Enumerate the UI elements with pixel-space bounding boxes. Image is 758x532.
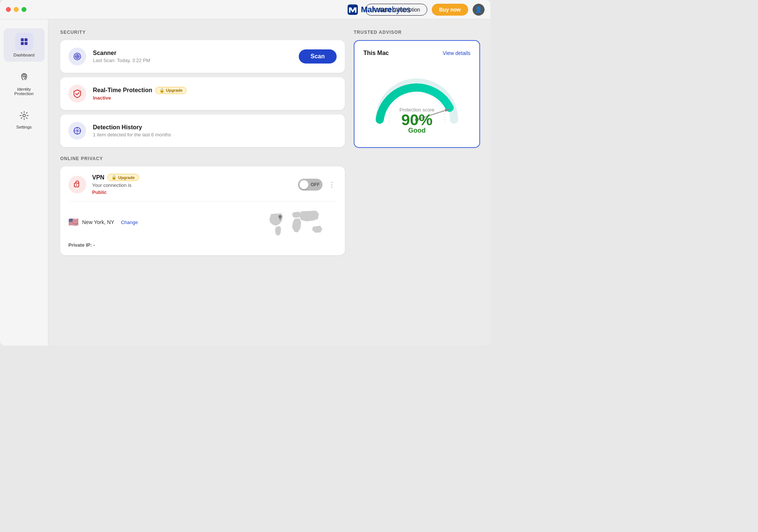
vpn-private-ip: Private IP: - [68, 242, 337, 248]
scan-button[interactable]: Scan [299, 49, 337, 64]
sidebar: Dashboard IdentityProtection [0, 19, 48, 346]
scanner-subtitle: Last Scan: Today, 3:22 PM [93, 58, 299, 63]
user-avatar-button[interactable]: 👤 [473, 4, 485, 16]
ta-view-details-link[interactable]: View details [443, 50, 470, 56]
history-card-content: Detection History 1 item detected for th… [93, 124, 337, 137]
svg-text:Good: Good [408, 127, 426, 134]
vpn-top-row: VPN 🔒 Upgrade Your connection is [68, 174, 337, 195]
detection-history-card: Detection History 1 item detected for th… [60, 114, 345, 147]
security-section-header: SECURITY [60, 30, 345, 35]
history-subtitle: 1 item detected for the last 6 months [93, 132, 337, 137]
svg-rect-1 [21, 38, 24, 41]
sidebar-dashboard-label: Dashboard [13, 53, 34, 57]
scanner-card: Scanner Last Scan: Today, 3:22 PM Scan [60, 40, 345, 73]
sidebar-item-settings[interactable]: Settings [4, 106, 45, 134]
vpn-toggle[interactable]: OFF [298, 179, 323, 191]
gauge-svg: Protection score 90% Good [369, 68, 465, 134]
svg-point-8 [77, 56, 78, 57]
vpn-change-button[interactable]: Change [121, 220, 138, 225]
vpn-title: VPN 🔒 Upgrade [92, 174, 139, 181]
realtime-upgrade-badge: 🔒 Upgrade [155, 87, 187, 94]
titlebar: Malwarebytes Activate subscription Buy n… [0, 0, 490, 19]
svg-rect-4 [25, 42, 27, 45]
app-logo: Malwarebytes [347, 4, 410, 15]
malwarebytes-logo-icon [347, 4, 358, 15]
realtime-icon [68, 85, 86, 103]
traffic-lights [6, 7, 26, 12]
realtime-card-content: Real-Time Protection 🔒 Upgrade Inactive [93, 87, 337, 101]
svg-rect-2 [25, 38, 27, 41]
svg-text:90%: 90% [401, 111, 433, 129]
world-map [262, 207, 337, 237]
online-privacy-section: ONLINE PRIVACY [60, 156, 345, 255]
trusted-advisor-section: TRUSTED ADVISOR This Mac View details [354, 30, 480, 148]
trusted-advisor-header: TRUSTED ADVISOR [354, 30, 480, 35]
user-icon: 👤 [475, 6, 482, 13]
dashboard-icon [15, 33, 33, 51]
vpn-status: Public [92, 189, 139, 195]
svg-point-13 [76, 184, 77, 185]
vpn-card: VPN 🔒 Upgrade Your connection is [60, 166, 345, 255]
ta-this-mac: This Mac [363, 50, 389, 56]
sidebar-item-identity-protection[interactable]: IdentityProtection [4, 68, 45, 100]
sidebar-identity-label: IdentityProtection [14, 87, 34, 96]
minimize-button[interactable] [14, 7, 19, 12]
toggle-thumb [299, 180, 308, 189]
main-layout: Dashboard IdentityProtection [0, 19, 490, 346]
left-panel: SECURITY [60, 30, 345, 335]
vpn-controls: OFF ⋮ [298, 179, 337, 191]
world-map-svg [262, 207, 337, 241]
lock-icon-vpn: 🔒 [111, 175, 117, 180]
us-flag-icon: 🇺🇸 [68, 217, 78, 227]
realtime-status: Inactive [93, 95, 337, 101]
realtime-title: Real-Time Protection 🔒 Upgrade [93, 87, 337, 94]
logo-text: Malwarebytes [361, 5, 410, 14]
close-button[interactable] [6, 7, 11, 12]
svg-point-14 [278, 215, 282, 218]
scanner-card-content: Scanner Last Scan: Today, 3:22 PM [93, 50, 299, 63]
svg-rect-3 [21, 42, 24, 45]
vpn-location-row: 🇺🇸 New York, NY Change [68, 201, 337, 237]
lock-icon: 🔒 [159, 88, 165, 93]
vpn-upgrade-badge: 🔒 Upgrade [107, 174, 139, 181]
sidebar-settings-label: Settings [16, 125, 32, 129]
vpn-info: VPN 🔒 Upgrade Your connection is [92, 174, 139, 195]
content-area: SECURITY [48, 19, 490, 346]
fingerprint-icon [19, 72, 29, 85]
scanner-title: Scanner [93, 50, 299, 56]
privacy-section-header: ONLINE PRIVACY [60, 156, 345, 161]
vpn-connection-text: Your connection is [92, 182, 139, 188]
right-panel: TRUSTED ADVISOR This Mac View details [354, 30, 480, 335]
scanner-icon [68, 48, 86, 65]
history-title: Detection History [93, 124, 337, 131]
vpn-more-options[interactable]: ⋮ [327, 179, 337, 190]
sidebar-item-dashboard[interactable]: Dashboard [4, 28, 45, 62]
settings-icon [19, 111, 29, 123]
protection-gauge: Protection score 90% Good [363, 64, 470, 138]
ta-card-header: This Mac View details [363, 50, 470, 56]
svg-point-5 [23, 114, 25, 117]
svg-point-11 [77, 130, 78, 132]
buy-now-button[interactable]: Buy now [432, 4, 468, 16]
vpn-location-name: New York, NY [82, 219, 114, 225]
trusted-advisor-card: This Mac View details [354, 40, 480, 148]
app-window: Malwarebytes Activate subscription Buy n… [0, 0, 490, 346]
toggle-off-label: OFF [311, 182, 320, 187]
history-icon [68, 122, 86, 140]
maximize-button[interactable] [22, 7, 26, 12]
vpn-icon [68, 176, 86, 194]
realtime-protection-card: Real-Time Protection 🔒 Upgrade Inactive [60, 77, 345, 110]
